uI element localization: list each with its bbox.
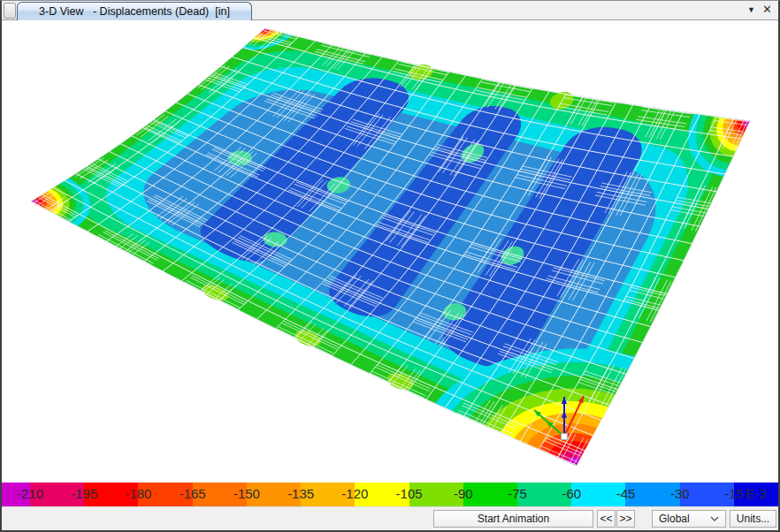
start-animation-button[interactable]: Start Animation [433, 510, 593, 528]
close-icon[interactable]: ✕ [762, 4, 772, 15]
chevron-down-icon [710, 516, 719, 522]
legend-value-label: -30 [670, 486, 690, 501]
legend-value-label: -180 [125, 486, 151, 501]
legend-value-label: -60 [562, 486, 581, 501]
legend-value-label: -120 [341, 486, 368, 501]
legend-value-label: -210 [17, 486, 43, 501]
contour-legend: -210-195-180-165-150-135-120-105-90-75-6… [2, 483, 778, 506]
caret-down-icon[interactable]: ▼ [747, 6, 755, 14]
title-bar: 3-D View - Displacements (Dead) [in] ▼ ✕ [2, 1, 778, 20]
legend-value-label: -90 [454, 486, 473, 501]
bottom-toolbar: Start Animation << >> Global Units... [2, 506, 778, 530]
view-tab[interactable]: 3-D View - Displacements (Dead) [in] [17, 2, 252, 20]
units-button[interactable]: Units... [730, 510, 776, 528]
legend-value-label: -45 [616, 486, 636, 501]
csys-selected-value: Global [659, 513, 690, 525]
plot-3d-surface [2, 20, 778, 483]
legend-value-label: -150 [233, 486, 260, 501]
view-canvas[interactable] [2, 20, 778, 483]
view-tab-title: 3-D View - Displacements (Dead) [in] [39, 5, 230, 18]
legend-value-label: -15 [724, 486, 744, 501]
tab-corner-box [4, 3, 16, 19]
app-window: 3-D View - Displacements (Dead) [in] ▼ ✕… [0, 0, 780, 532]
legend-value-label: -165 [180, 486, 206, 501]
legend-value-label: -195 [71, 486, 97, 501]
step-forward-button[interactable]: >> [616, 510, 635, 528]
legend-value-label: -75 [508, 486, 527, 501]
legend-value-label: -105 [396, 486, 423, 501]
step-back-button[interactable]: << [597, 510, 616, 528]
csys-select[interactable]: Global [652, 510, 726, 528]
legend-value-label: -135 [287, 486, 314, 501]
legend-exponent-label: E-3 [746, 486, 766, 501]
